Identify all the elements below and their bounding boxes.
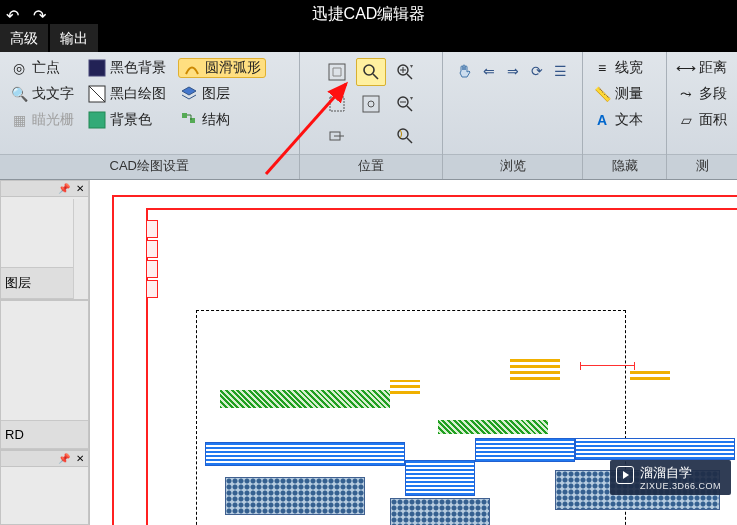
zoom-window-icon[interactable] [356,58,386,86]
ruler-icon: 📏 [593,85,611,103]
nav-list-icon[interactable]: ☰ [552,62,570,80]
zoom-extent-icon[interactable] [356,90,386,118]
workspace: 📌✕ 图层 RD 📌✕ 溜溜自 [0,180,737,525]
position-tools: ▾ ▾ [322,58,420,154]
btn-findtext[interactable]: 🔍戈文字 [8,84,76,104]
marker [510,358,560,380]
side-row-rd[interactable]: RD [1,420,88,449]
zoom-region-icon[interactable] [322,122,352,150]
svg-rect-2 [89,112,105,128]
svg-rect-5 [329,64,345,80]
group-label-browse: 浏览 [443,154,582,179]
side-panels: 📌✕ 图层 RD 📌✕ [0,180,90,525]
btn-smootharc[interactable]: 圆滑弧形 [178,58,266,78]
pin-icon[interactable]: 📌 [58,183,70,194]
zoom-out-icon[interactable]: ▾ [390,90,420,118]
gravel-layer [390,498,490,525]
fit-selection-icon[interactable] [322,90,352,118]
water-layer [575,438,735,460]
svg-line-9 [407,74,412,79]
btn-viewpoint[interactable]: ◎亡点 [8,58,76,78]
marker [630,368,670,380]
drawing-ticks [146,220,158,300]
svg-rect-3 [182,113,187,118]
zoom-in-icon[interactable]: ▾ [390,58,420,86]
nav-back-icon[interactable]: ⇐ [480,62,498,80]
svg-line-17 [407,106,412,111]
svg-text:▾: ▾ [410,95,413,101]
btn-crosshair: ▦瞄光栅 [8,110,76,130]
zoom-previous-icon[interactable] [390,122,420,150]
crosshair-icon: ▦ [10,111,28,129]
grass-strip [220,390,390,408]
app-title: 迅捷CAD编辑器 [312,4,426,25]
area-icon: ▱ [677,111,695,129]
btn-text[interactable]: A文本 [591,110,645,130]
gravel-layer [225,477,365,515]
watermark: 溜溜自学 ZIXUE.3D66.COM [610,460,731,495]
water-layer [205,442,405,466]
linewidth-icon: ≡ [593,59,611,77]
tab-output[interactable]: 输出 [50,24,98,52]
group-label-measure: 测 [667,154,737,179]
ribbon: ◎亡点 🔍戈文字 ▦瞄光栅 黑色背景 黑白绘图 背景色 圆滑弧形 图层 结构 C… [0,52,737,180]
scrollbar-thumb[interactable] [75,203,87,227]
blackbg-icon [88,59,106,77]
group-label-hide: 隐藏 [583,154,666,179]
close-icon[interactable]: ✕ [76,183,84,194]
viewpoint-icon: ◎ [10,59,28,77]
bgcolor-icon [88,111,106,129]
fit-window-icon[interactable] [322,58,352,86]
drawing-canvas[interactable]: 溜溜自学 ZIXUE.3D66.COM [90,180,737,525]
marker [390,380,420,394]
distance-icon: ⟷ [677,59,695,77]
nav-forward-icon[interactable]: ⇒ [504,62,522,80]
nav-refresh-icon[interactable]: ⟳ [528,62,546,80]
findtext-icon: 🔍 [10,85,28,103]
bwdraw-icon [88,85,106,103]
play-icon [616,466,634,484]
tab-advanced[interactable]: 高级 [0,24,48,52]
btn-bwdraw[interactable]: 黑白绘图 [86,84,168,104]
panel-header: 📌✕ [1,181,88,197]
btn-blackbg[interactable]: 黑色背景 [86,58,168,78]
btn-bgcolor[interactable]: 背景色 [86,110,168,130]
pin-icon[interactable]: 📌 [58,453,70,464]
water-layer [475,438,575,462]
group-label-cad: CAD绘图设置 [0,154,299,179]
btn-area[interactable]: ▱面积 [675,110,729,130]
pan-hand-icon[interactable] [456,62,474,80]
svg-point-6 [364,65,374,75]
svg-rect-14 [363,96,379,112]
svg-line-22 [407,138,412,143]
svg-line-7 [373,74,378,79]
svg-rect-13 [330,97,344,111]
side-row-layer[interactable]: 图层 [1,267,74,299]
btn-distance[interactable]: ⟷距离 [675,58,729,78]
btn-layer[interactable]: 图层 [178,84,266,104]
btn-multiseg[interactable]: ⤳多段 [675,84,729,104]
svg-text:▾: ▾ [410,63,413,69]
multiseg-icon: ⤳ [677,85,695,103]
structure-icon [180,111,198,129]
title-bar: ↶ ↷ 迅捷CAD编辑器 高级 输出 [0,0,737,52]
dimension-line [580,365,635,366]
btn-linewidth[interactable]: ≡线宽 [591,58,645,78]
text-icon: A [593,111,611,129]
layer-icon [180,85,198,103]
svg-point-21 [398,129,408,139]
smootharc-icon [183,59,201,77]
panel-header-2: 📌✕ [1,451,88,467]
btn-measure[interactable]: 📏测量 [591,84,645,104]
grass-strip [438,420,548,434]
btn-structure[interactable]: 结构 [178,110,266,130]
svg-rect-0 [89,60,105,76]
group-label-position: 位置 [300,154,443,179]
close-icon[interactable]: ✕ [76,453,84,464]
water-layer [405,460,475,496]
svg-point-15 [368,101,374,107]
